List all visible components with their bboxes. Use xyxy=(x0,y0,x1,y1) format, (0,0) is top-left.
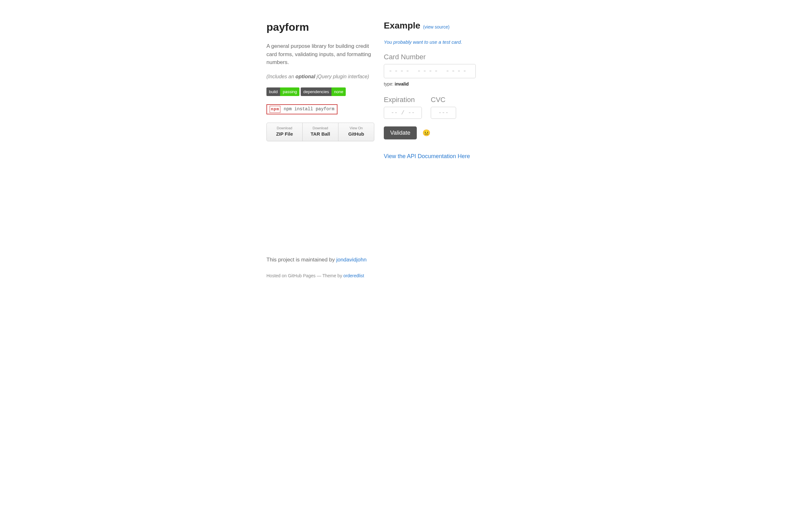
test-card-tip-link[interactable]: You probably want to use a test card. xyxy=(384,39,546,46)
subnote-strong: optional xyxy=(296,74,315,79)
page-title: payform xyxy=(266,19,374,35)
badge-label: build xyxy=(266,88,280,96)
api-documentation-link[interactable]: View the API Documentation Here xyxy=(384,152,546,161)
hosted-prefix: Hosted on GitHub Pages — Theme by xyxy=(266,273,344,278)
download-bottom-label: ZIP File xyxy=(267,130,302,138)
maintained-by-text: This project is maintained by jondavidjo… xyxy=(266,256,546,264)
subnote-prefix: (Includes an xyxy=(266,74,296,79)
badge-value: none xyxy=(332,88,346,96)
maintainer-link[interactable]: jondavidjohn xyxy=(336,257,366,263)
card-number-input[interactable] xyxy=(384,64,476,78)
validate-button[interactable]: Validate xyxy=(384,126,417,139)
maintained-prefix: This project is maintained by xyxy=(266,257,336,263)
download-zip-button[interactable]: Download ZIP File xyxy=(267,123,303,141)
type-label: type: xyxy=(384,81,395,87)
status-emoji-icon: 😐 xyxy=(422,128,430,137)
expiration-input[interactable] xyxy=(384,107,422,119)
card-type-row: type: invalid xyxy=(384,81,546,88)
download-top-label: Download xyxy=(303,125,338,131)
expiration-label: Expiration xyxy=(384,95,422,105)
dependencies-badge[interactable]: dependencies none xyxy=(301,88,346,96)
description-text: A general purpose library for building c… xyxy=(266,42,374,66)
npm-command-text: npm install payform xyxy=(284,106,334,112)
cvc-input[interactable] xyxy=(431,107,456,119)
build-badge[interactable]: build passing xyxy=(266,88,299,96)
card-number-label: Card Number xyxy=(384,52,546,62)
subnote-suffix: jQuery plugin interface) xyxy=(315,74,369,79)
download-top-label: View On xyxy=(339,125,374,131)
badge-row: build passing dependencies none xyxy=(266,88,374,96)
type-value: invalid xyxy=(395,81,409,87)
badge-label: dependencies xyxy=(301,88,332,96)
example-heading: Example xyxy=(384,20,420,31)
badge-value: passing xyxy=(280,88,299,96)
view-github-button[interactable]: View On GitHub xyxy=(339,123,374,141)
download-bottom-label: TAR Ball xyxy=(303,130,338,138)
download-top-label: Download xyxy=(267,125,302,131)
npm-logo-icon: npm xyxy=(270,106,281,113)
theme-link[interactable]: orderedlist xyxy=(344,273,364,278)
hosted-text: Hosted on GitHub Pages — Theme by ordere… xyxy=(266,273,546,279)
npm-install-badge[interactable]: npm npm install payform xyxy=(266,104,338,114)
download-bottom-label: GitHub xyxy=(339,130,374,138)
download-button-group: Download ZIP File Download TAR Ball View… xyxy=(266,123,374,141)
view-source-link[interactable]: (view source) xyxy=(423,24,450,30)
download-tar-button[interactable]: Download TAR Ball xyxy=(303,123,339,141)
subnote: (Includes an optional jQuery plugin inte… xyxy=(266,73,374,80)
cvc-label: CVC xyxy=(431,95,456,105)
